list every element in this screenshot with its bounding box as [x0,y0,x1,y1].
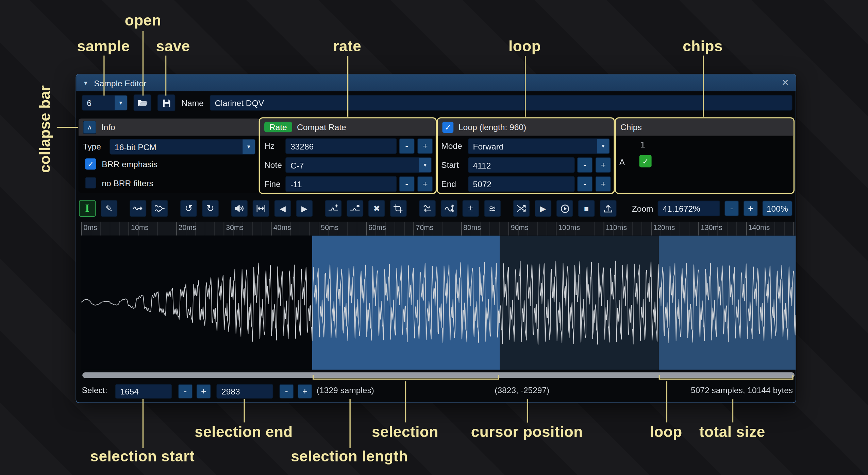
selection-end-input[interactable]: 2983 [216,384,273,399]
annotation-sample: sample [77,38,130,55]
loop-end-input[interactable]: 5072 [468,176,575,192]
loop-bracket [659,379,794,380]
wave-reverse-icon [422,204,432,213]
reverse-button[interactable] [419,200,436,217]
redo-button[interactable]: ↻ [202,200,219,217]
sign-icon: ± [468,203,473,214]
fine-minus-button[interactable]: - [399,176,415,192]
zoom-reset-button[interactable]: 100% [762,201,792,216]
triangle-right-icon: ▶ [301,204,307,213]
loop-start-input[interactable]: 4112 [468,157,575,173]
open-button[interactable] [134,94,151,111]
annotation-line [143,399,144,448]
waveform-scrollbar[interactable] [81,372,796,379]
annotation-line [792,375,794,379]
info-panel: ∧ Info Type 16-bit PCM ▼ ✓ BRR emphasis … [79,118,260,193]
selection-start-plus-button[interactable]: + [196,384,211,399]
normalize-button[interactable] [253,200,269,217]
filter-button[interactable]: ≋ [484,200,501,217]
select-tool-button[interactable]: I [79,200,96,217]
ruler-label: 100ms [558,224,580,232]
crossfade-button[interactable] [513,200,530,217]
selection-end-minus-button[interactable]: - [279,384,294,399]
rate-panel-title: Compat Rate [297,122,346,132]
folder-open-icon [137,99,148,107]
waveform-area[interactable] [81,236,796,370]
stage: open sample save rate loop chips collaps… [0,0,868,475]
loop-start-minus-button[interactable]: - [577,157,592,173]
collapse-bar-button[interactable]: ∧ [83,120,96,134]
scrollbar-thumb[interactable] [82,372,795,378]
chip-a-checkbox[interactable]: ✓ [639,155,652,167]
preview-loop-button[interactable] [556,200,573,217]
sign-exchange-button[interactable]: ± [462,200,479,217]
sample-number-select[interactable]: 6 ▼ [82,95,127,111]
selection-start-input[interactable]: 1654 [115,384,172,399]
close-icon[interactable]: ✕ [782,77,789,88]
window-collapse-icon[interactable]: ▼ [83,80,88,86]
annotation-line [313,375,314,379]
selection-end-plus-button[interactable]: + [298,384,312,399]
annotation-rate: rate [333,38,361,55]
insert-silence-button[interactable] [325,200,341,217]
titlebar[interactable]: ▼ Sample Editor ✕ [76,74,796,91]
fade-out-button[interactable]: ▶ [296,200,313,217]
annotation-loop-top: loop [508,38,541,55]
fine-plus-button[interactable]: + [417,176,433,192]
info-panel-header: ∧ Info [79,118,260,136]
draw-tool-button[interactable]: ✎ [101,200,117,217]
zoom-in-button[interactable]: + [744,201,758,216]
brr-emphasis-checkbox[interactable]: ✓ [85,158,96,170]
ruler-tick [508,222,509,236]
chips-column-header: 1 [640,140,645,149]
hz-value: 33286 [290,141,314,151]
chevron-down-icon[interactable]: ▼ [419,158,431,173]
chevron-down-icon[interactable]: ▼ [243,140,255,154]
loop-mode-select[interactable]: Forward ▼ [468,138,610,154]
create-instrument-button[interactable] [600,200,616,217]
apply-silence-button[interactable] [347,200,363,217]
note-select[interactable]: C-7 ▼ [285,157,432,173]
selection-start-minus-button[interactable]: - [178,384,193,399]
waveform-canvas[interactable] [81,236,796,370]
hz-minus-button[interactable]: - [399,138,415,154]
amplify-button[interactable] [231,200,248,217]
loop-end-plus-button[interactable]: + [595,176,611,192]
loop-end-minus-button[interactable]: - [577,176,592,192]
delete-button[interactable]: ✖ [368,200,385,217]
loop-end-label: End [441,179,456,189]
chevron-down-icon[interactable]: ▼ [115,95,127,110]
ruler-tick [224,222,224,236]
invert-button[interactable] [441,200,457,217]
sample-type-select[interactable]: 16-bit PCM ▼ [110,139,255,155]
name-input[interactable]: Clarinet DQV [210,95,792,111]
cursor-position-text: (3823, -25297) [495,385,549,395]
fade-in-button[interactable]: ◀ [274,200,291,217]
no-brr-filters-checkbox[interactable] [85,177,96,189]
preview-button[interactable]: ▶ [535,200,551,217]
fine-input[interactable]: -11 [285,176,397,192]
loop-panel-title: Loop (length: 960) [458,122,526,132]
downmix-button[interactable] [151,200,168,217]
ruler-tick [414,222,414,236]
undo-button[interactable]: ↺ [180,200,197,217]
zoom-input[interactable]: 41.1672% [658,201,720,216]
annotation-line [347,56,348,117]
annotation-line [703,56,704,117]
hz-input[interactable]: 33286 [285,138,397,154]
stop-button[interactable]: ■ [578,200,595,217]
save-button[interactable] [157,94,175,111]
annotation-loop-bottom: loop [650,424,682,441]
resample-button[interactable] [130,200,146,217]
ruler-label: 30ms [226,224,244,232]
fine-label: Fine [264,179,281,189]
annotation-line [57,127,78,128]
timeline-ruler: 0ms10ms20ms30ms40ms50ms60ms70ms80ms90ms1… [81,222,796,236]
loop-checkbox[interactable]: ✓ [443,121,454,133]
trim-button[interactable] [390,200,407,217]
loop-start-plus-button[interactable]: + [595,157,611,173]
hz-plus-button[interactable]: + [417,138,433,154]
chevron-down-icon[interactable]: ▼ [597,139,609,154]
zoom-out-button[interactable]: - [724,201,739,216]
ruler-tick [129,222,129,236]
